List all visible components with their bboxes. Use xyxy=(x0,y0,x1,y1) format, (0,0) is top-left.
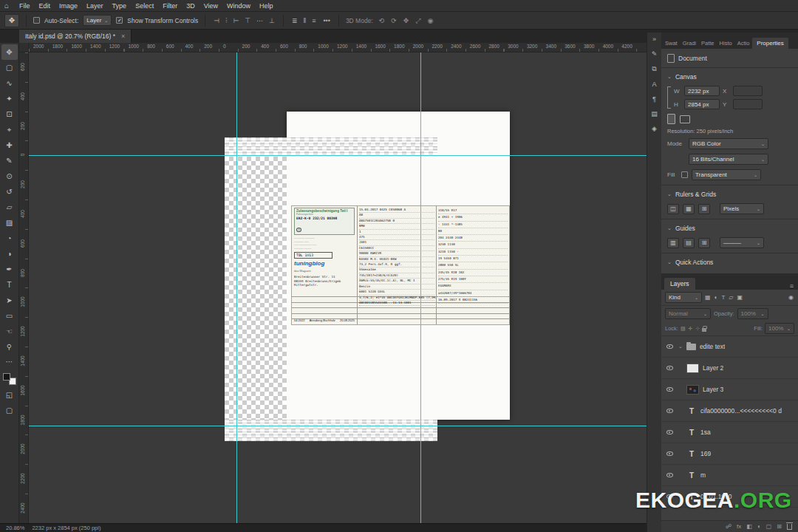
layer-row[interactable]: T 169 xyxy=(661,443,798,465)
link-dimensions-icon[interactable] xyxy=(667,86,671,109)
guide-layout-icon[interactable]: ▤ xyxy=(683,238,695,248)
eyedropper-tool[interactable]: ⌖ xyxy=(1,122,18,137)
panel-menu-icon[interactable]: ≡ xyxy=(790,282,795,290)
filter-kind-dropdown[interactable]: Kind⌄ xyxy=(665,292,702,303)
visibility-eye-icon[interactable] xyxy=(664,366,675,370)
type-tool[interactable]: T xyxy=(1,277,18,293)
menu-item[interactable]: View xyxy=(200,2,222,10)
lock-position-icon[interactable]: ⊹ xyxy=(695,326,700,332)
filter-pixel-layers-icon[interactable]: ▦ xyxy=(704,294,712,301)
grid-snap-icon[interactable]: ⊞ xyxy=(698,204,710,214)
visibility-eye-icon[interactable] xyxy=(664,451,675,456)
link-layers-icon[interactable]: ☍ xyxy=(726,523,732,530)
brush-settings-panel-icon[interactable]: ✎ xyxy=(652,50,658,58)
zoom-tool[interactable]: ⚲ xyxy=(1,339,18,355)
hand-tool[interactable]: ☜ xyxy=(1,324,18,339)
crop-tool[interactable]: ⊡ xyxy=(1,106,18,122)
brush-tool[interactable]: ✎ xyxy=(1,153,18,168)
menu-item[interactable]: Help xyxy=(255,2,278,10)
align-top-icon[interactable]: ⊤ xyxy=(243,16,252,26)
fill-dropdown[interactable]: Transparent⌄ xyxy=(692,169,761,180)
layer-fill-dropdown[interactable]: 100%⌄ xyxy=(765,323,794,334)
visibility-eye-icon[interactable] xyxy=(664,387,675,392)
new-group-icon[interactable]: ▢ xyxy=(766,523,772,530)
visibility-eye-icon[interactable] xyxy=(664,430,675,434)
auto-select-dropdown[interactable]: Layer⌄ xyxy=(83,15,112,26)
character-panel-icon[interactable]: A xyxy=(652,81,656,88)
filter-shape-layers-icon[interactable]: ▱ xyxy=(728,294,734,301)
blend-mode-dropdown[interactable]: Normal⌄ xyxy=(665,308,711,319)
width-field[interactable]: 2232 px xyxy=(684,86,720,96)
3d-pan-icon[interactable]: ✥ xyxy=(402,16,411,26)
fill-checkbox[interactable] xyxy=(681,171,688,178)
lock-all-icon[interactable] xyxy=(702,328,706,332)
align-right-icon[interactable]: ⊢ xyxy=(231,16,240,26)
guide-style-dropdown[interactable]: ———⌄ xyxy=(720,237,764,248)
section-rulers-grids[interactable]: ⌄ Rulers & Grids xyxy=(661,188,798,201)
distribute-spacing-icon[interactable]: ≡ xyxy=(310,16,317,26)
3d-zoom-icon[interactable]: ◉ xyxy=(426,16,435,26)
layer-row[interactable]: T 01.01.1990 xyxy=(661,486,798,508)
layer-mask-icon[interactable]: ◧ xyxy=(746,523,752,530)
menu-item[interactable]: Edit xyxy=(35,2,55,10)
marquee-tool[interactable]: ▢ xyxy=(1,60,18,75)
collapse-panels-icon[interactable]: » xyxy=(652,35,656,43)
layer-row[interactable]: Layer 3 xyxy=(661,379,798,400)
lasso-tool[interactable]: ∿ xyxy=(1,75,18,91)
3d-slide-icon[interactable]: ⤢ xyxy=(414,16,422,26)
layer-row[interactable]: Layer 2 xyxy=(661,358,798,379)
units-dropdown[interactable]: Pixels⌄ xyxy=(720,203,764,214)
foreground-color-chip[interactable] xyxy=(3,373,10,381)
horizontal-guide[interactable] xyxy=(29,426,647,426)
menu-item[interactable]: 3D xyxy=(182,2,200,10)
left-ruler[interactable]: 6004002000200400600800100012001400160018… xyxy=(19,52,29,523)
distribute-horizontal-icon[interactable]: ≣ xyxy=(290,16,299,26)
color-swatches[interactable] xyxy=(3,373,16,385)
glyphs-panel-icon[interactable]: ▤ xyxy=(651,110,658,117)
move-tool[interactable]: ✥ xyxy=(1,44,18,60)
tab-properties[interactable]: Properties xyxy=(752,38,788,49)
clone-source-panel-icon[interactable]: ⧉ xyxy=(652,65,656,73)
pen-tool[interactable]: ✒ xyxy=(1,262,18,277)
document-page[interactable]: Zulassungsbescheinigung Teil I Fahrzeugs… xyxy=(287,112,510,420)
paragraph-panel-icon[interactable]: ¶ xyxy=(652,95,656,103)
align-left-icon[interactable]: ⊣ xyxy=(212,16,221,26)
top-ruler[interactable]: 2000180016001400120010008006004002000200… xyxy=(29,43,647,52)
bit-depth-dropdown[interactable]: 16 Bits/Channel⌄ xyxy=(689,154,768,165)
eraser-tool[interactable]: ▱ xyxy=(1,200,18,215)
clone-stamp-tool[interactable]: ⊙ xyxy=(1,168,18,184)
grid-icon[interactable]: ▦ xyxy=(683,204,695,214)
zoom-level-field[interactable]: 20.86% xyxy=(6,525,24,531)
chevron-down-icon[interactable]: ⌄ xyxy=(678,344,683,349)
ruler-icon[interactable]: ◫ xyxy=(667,204,679,214)
home-icon[interactable]: ⌂ xyxy=(4,1,9,10)
section-guides[interactable]: ⌄ Guides xyxy=(661,222,798,235)
3d-roll-icon[interactable]: ⟳ xyxy=(389,16,398,26)
ruler-origin-corner[interactable] xyxy=(19,43,29,52)
menu-item[interactable]: Type xyxy=(108,2,132,10)
filter-adjustment-layers-icon[interactable]: ◐ xyxy=(714,294,719,301)
vertical-guide[interactable] xyxy=(420,52,421,523)
canvas-viewport[interactable]: Zulassungsbescheinigung Teil I Fahrzeugs… xyxy=(29,52,647,523)
menu-item[interactable]: Layer xyxy=(82,2,108,10)
filter-type-layers-icon[interactable]: T xyxy=(720,294,726,301)
section-quick-actions[interactable]: ⌄ Quick Actions xyxy=(661,256,798,269)
edit-toolbar-icon[interactable]: ⋯ xyxy=(1,355,18,370)
quick-selection-tool[interactable]: ✦ xyxy=(1,91,18,106)
lock-transparency-icon[interactable]: ▨ xyxy=(681,326,686,332)
screen-mode-icon[interactable]: ▢ xyxy=(1,403,18,419)
x-field[interactable] xyxy=(733,86,763,96)
align-middle-v-icon[interactable]: ⋯ xyxy=(255,16,265,26)
align-bottom-icon[interactable]: ⊥ xyxy=(267,16,276,26)
document-tab[interactable]: Italy id.psd @ 20.7% (RGB/16) * × xyxy=(19,30,132,43)
menu-item[interactable]: Select xyxy=(131,2,158,10)
portrait-orientation-icon[interactable] xyxy=(667,114,675,124)
height-field[interactable]: 2854 px xyxy=(684,99,720,109)
opacity-dropdown[interactable]: 100%⌄ xyxy=(737,308,768,319)
layer-row[interactable]: T m xyxy=(661,465,798,486)
delete-layer-icon[interactable] xyxy=(787,524,792,530)
landscape-orientation-icon[interactable] xyxy=(680,115,690,123)
more-options-icon[interactable]: ••• xyxy=(321,16,331,26)
quick-mask-icon[interactable]: ◱ xyxy=(1,388,18,403)
history-brush-tool[interactable]: ↺ xyxy=(1,184,18,200)
